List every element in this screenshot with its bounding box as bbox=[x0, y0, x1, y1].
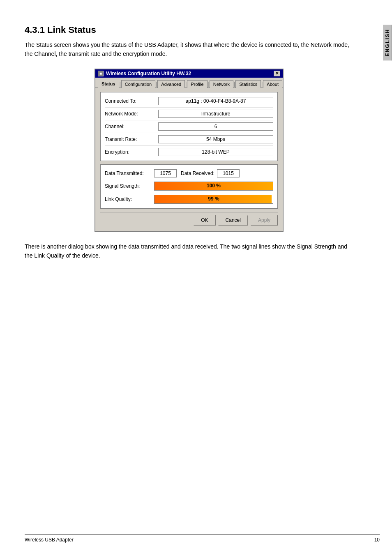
ok-button[interactable]: OK bbox=[194, 215, 215, 226]
tab-sep-4: | bbox=[208, 81, 209, 88]
dialog-icon: ■ bbox=[98, 71, 104, 76]
link-quality-bar-bg: 99 % bbox=[154, 195, 273, 204]
dialog-title: Wireless Configuration Utility HW.32 bbox=[106, 71, 191, 76]
apply-button[interactable]: Apply bbox=[251, 215, 278, 226]
side-tab: ENGLISH bbox=[383, 25, 392, 60]
network-mode-label: Network Mode: bbox=[105, 111, 158, 117]
data-transmitted-value: 1075 bbox=[154, 169, 177, 177]
network-mode-row: Network Mode: Infrastructure bbox=[105, 108, 273, 120]
channel-value: 6 bbox=[158, 122, 273, 131]
connected-to-label: Connected To: bbox=[105, 98, 158, 104]
signal-strength-label: Signal Strength: bbox=[105, 183, 154, 189]
tabs-row: Status | Configuration | Advanced | Prof… bbox=[95, 78, 283, 88]
encryption-value: 128-bit WEP bbox=[158, 148, 273, 156]
signal-strength-bar-bg: 100 % bbox=[154, 182, 273, 191]
tab-sep-1: | bbox=[120, 81, 121, 88]
intro-description: The Status screen shows you the status o… bbox=[25, 40, 353, 59]
link-quality-label: Link Quality: bbox=[105, 196, 154, 202]
link-quality-bar-text: 99 % bbox=[154, 196, 273, 202]
signal-strength-row: Signal Strength: 100 % bbox=[105, 180, 273, 193]
encryption-row: Encryption: 128-bit WEP bbox=[105, 146, 273, 158]
channel-row: Channel: 6 bbox=[105, 120, 273, 133]
tab-sep-3: | bbox=[185, 81, 187, 88]
connected-to-value: ap11g : 00-40-F4-B8-9A-87 bbox=[158, 97, 273, 105]
signal-strength-bar-container: 100 % bbox=[154, 182, 273, 191]
tab-advanced[interactable]: Advanced bbox=[157, 80, 185, 88]
transmit-rate-row: Transmit Rate: 54 Mbps bbox=[105, 133, 273, 146]
tab-profile[interactable]: Profile bbox=[187, 80, 207, 88]
titlebar-title-group: ■ Wireless Configuration Utility HW.32 bbox=[98, 71, 191, 76]
network-mode-value: Infrastructure bbox=[158, 110, 273, 118]
link-quality-row: Link Quality: 99 % bbox=[105, 193, 273, 206]
transmit-rate-label: Transmit Rate: bbox=[105, 136, 158, 142]
page-footer: Wireless USB Adapter 10 bbox=[25, 534, 380, 543]
encryption-label: Encryption: bbox=[105, 149, 158, 155]
footer-product-name: Wireless USB Adapter bbox=[25, 537, 74, 543]
tab-sep-6: | bbox=[261, 81, 263, 88]
link-quality-bar-container: 99 % bbox=[154, 195, 273, 204]
tab-statistics[interactable]: Statistics bbox=[235, 80, 261, 88]
tab-sep-5: | bbox=[234, 81, 235, 88]
dialog-body: Connected To: ap11g : 00-40-F4-B8-9A-87 … bbox=[95, 88, 283, 231]
stats-section: Data Transmitted: 1075 Data Received: 10… bbox=[100, 164, 278, 209]
tab-about[interactable]: About bbox=[263, 80, 282, 88]
footer-page-number: 10 bbox=[374, 537, 380, 543]
page-title: 4.3.1 Link Status bbox=[25, 25, 353, 35]
signal-strength-bar-text: 100 % bbox=[154, 183, 273, 189]
data-transfer-row: Data Transmitted: 1075 Data Received: 10… bbox=[105, 167, 273, 180]
transmit-rate-value: 54 Mbps bbox=[158, 135, 273, 143]
dialog-titlebar: ■ Wireless Configuration Utility HW.32 ✕ bbox=[95, 69, 283, 78]
footer-description: There is another dialog box showing the … bbox=[25, 242, 353, 260]
dialog-wrapper: ■ Wireless Configuration Utility HW.32 ✕… bbox=[25, 69, 353, 232]
data-received-value: 1015 bbox=[217, 169, 240, 177]
close-button[interactable]: ✕ bbox=[274, 71, 280, 76]
data-received-label: Data Received: bbox=[181, 170, 214, 176]
channel-label: Channel: bbox=[105, 124, 158, 129]
tab-configuration[interactable]: Configuration bbox=[121, 80, 155, 88]
dialog-window: ■ Wireless Configuration Utility HW.32 ✕… bbox=[95, 69, 284, 232]
info-section: Connected To: ap11g : 00-40-F4-B8-9A-87 … bbox=[100, 92, 278, 161]
data-transmitted-label: Data Transmitted: bbox=[105, 170, 154, 176]
connected-to-row: Connected To: ap11g : 00-40-F4-B8-9A-87 bbox=[105, 95, 273, 108]
tab-status[interactable]: Status bbox=[98, 80, 119, 88]
tab-network[interactable]: Network bbox=[210, 80, 233, 88]
cancel-button[interactable]: Cancel bbox=[218, 215, 248, 226]
buttons-row: OK Cancel Apply bbox=[100, 212, 278, 227]
tab-sep-2: | bbox=[156, 81, 157, 88]
